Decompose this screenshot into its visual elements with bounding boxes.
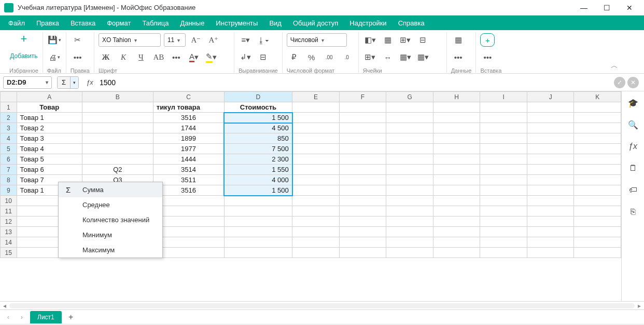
menu-data[interactable]: Данные — [175, 17, 209, 29]
font-case-button[interactable]: AB — [151, 50, 166, 64]
menu-insert[interactable]: Вставка — [65, 17, 101, 29]
col-header-h[interactable]: H — [433, 92, 480, 102]
row-header[interactable]: 5 — [1, 144, 17, 154]
macro-icon[interactable]: ⎘ — [627, 206, 639, 218]
cell[interactable]: тикул товара — [153, 102, 224, 113]
column-headers[interactable]: A B C D E F G H I J K — [1, 92, 621, 102]
italic-button[interactable]: К — [116, 50, 131, 64]
cell[interactable]: 1444 — [153, 154, 224, 165]
fx-icon[interactable]: ƒx — [627, 140, 639, 153]
align-h-button[interactable]: ≡▾ — [239, 33, 253, 47]
cell[interactable]: Товар 4 — [17, 144, 82, 154]
insert-object-button[interactable]: + — [480, 33, 495, 47]
close-button[interactable]: ✕ — [619, 1, 640, 15]
col-header-g[interactable]: G — [386, 92, 433, 102]
cell[interactable] — [82, 133, 153, 144]
row-header[interactable]: 7 — [1, 165, 17, 175]
dropdown-item-count[interactable]: Количество значений — [59, 212, 162, 227]
merge-cells-button[interactable]: ⊞▾ — [398, 33, 413, 47]
horizontal-scrollbar[interactable]: ◂▸ — [0, 301, 644, 309]
more-data-button[interactable]: ••• — [451, 50, 466, 64]
row-header[interactable]: 12 — [1, 216, 17, 227]
cancel-formula-button[interactable]: ✕ — [627, 77, 639, 88]
more-edit-button[interactable]: ••• — [71, 50, 85, 64]
row-header[interactable]: 1 — [1, 102, 17, 113]
menu-view[interactable]: Вид — [264, 17, 287, 29]
row-header[interactable]: 14 — [1, 237, 17, 248]
font-color-button[interactable]: A▾ — [187, 50, 201, 64]
align-v-button[interactable]: ⭳▾ — [256, 33, 271, 47]
col-header-j[interactable]: J — [527, 92, 574, 102]
formula-input[interactable] — [96, 76, 614, 89]
increase-font-button[interactable]: A⁺ — [206, 33, 221, 47]
cell[interactable]: 3511 — [153, 175, 224, 185]
dropdown-item-sum[interactable]: Σ Сумма — [59, 182, 162, 197]
row-header[interactable]: 15 — [1, 248, 17, 258]
maximize-button[interactable]: ☐ — [596, 1, 617, 15]
cell[interactable] — [82, 144, 153, 154]
note-icon[interactable]: 🗒 — [627, 162, 639, 174]
menu-edit[interactable]: Правка — [31, 17, 64, 29]
search-icon[interactable]: 🔍 — [627, 118, 639, 131]
cell[interactable]: Товар 1 — [17, 113, 82, 123]
col-header-i[interactable]: I — [480, 92, 527, 102]
insert-cells-button[interactable]: ⊞▾ — [363, 50, 377, 64]
more-insert-button[interactable]: ••• — [480, 50, 495, 64]
accept-formula-button[interactable]: ✓ — [614, 77, 625, 88]
col-header-f[interactable]: F — [339, 92, 386, 102]
bold-button[interactable]: Ж — [99, 50, 113, 64]
percent-button[interactable]: % — [304, 50, 319, 64]
cell[interactable]: 850 — [224, 133, 292, 144]
minimize-button[interactable]: — — [573, 1, 594, 15]
cell[interactable]: 1899 — [153, 133, 224, 144]
fill-color-button[interactable]: ◧▾ — [363, 33, 377, 47]
tab-prev-button[interactable]: ‹ — [3, 313, 13, 321]
cell[interactable]: 1977 — [153, 144, 224, 154]
row-header[interactable]: 6 — [1, 154, 17, 165]
fx-label[interactable]: ƒx — [83, 78, 96, 86]
menu-help[interactable]: Справка — [393, 17, 430, 29]
freeze-button[interactable]: ▦▾ — [398, 50, 413, 64]
row-header[interactable]: 11 — [1, 206, 17, 216]
merge-button[interactable]: ⊟ — [256, 50, 271, 64]
cell[interactable] — [82, 154, 153, 165]
spreadsheet-grid[interactable]: A B C D E F G H I J K 1Товартикул товара… — [0, 91, 621, 301]
currency-button[interactable]: ₽ — [287, 50, 301, 64]
autofit-button[interactable]: ↔ — [381, 50, 395, 64]
font-size-select[interactable]: 11▾ — [164, 33, 186, 47]
dropdown-item-max[interactable]: Максимум — [59, 242, 162, 258]
dropdown-item-min[interactable]: Минимум — [59, 227, 162, 242]
sigma-icon[interactable]: Σ — [58, 76, 70, 89]
cell[interactable]: 1 500 — [224, 113, 292, 123]
tab-next-button[interactable]: › — [17, 313, 27, 321]
cell[interactable]: 7 500 — [224, 144, 292, 154]
highlight-button[interactable]: ✎▾ — [204, 50, 219, 64]
cell[interactable]: 1 500 — [224, 185, 292, 196]
cell[interactable]: 4 000 — [224, 175, 292, 185]
col-header-b[interactable]: B — [82, 92, 153, 102]
col-header-d[interactable]: D — [224, 92, 292, 102]
row-header[interactable]: 4 — [1, 133, 17, 144]
cell[interactable]: Товар — [17, 102, 82, 113]
cell[interactable]: Q2 — [82, 165, 153, 175]
graduation-cap-icon[interactable]: 🎓 — [627, 97, 639, 109]
autosum-split-button[interactable]: Σ ▾ — [57, 76, 79, 89]
dropdown-item-average[interactable]: Среднее — [59, 197, 162, 212]
row-header[interactable]: 3 — [1, 123, 17, 133]
menu-addons[interactable]: Надстройки — [344, 17, 391, 29]
number-format-select[interactable]: Числовой▾ — [287, 33, 347, 47]
cell[interactable]: 3514 — [153, 165, 224, 175]
favorites-add-button[interactable]: + — [20, 32, 27, 46]
underline-button[interactable]: Ч — [134, 50, 148, 64]
cell[interactable]: 1 550 — [224, 165, 292, 175]
more-font-button[interactable]: ••• — [169, 50, 184, 64]
delete-cells-button[interactable]: ⊟ — [416, 33, 430, 47]
menu-share[interactable]: Общий доступ — [288, 17, 343, 29]
row-header[interactable]: 10 — [1, 196, 17, 206]
tag-icon[interactable]: 🏷 — [627, 184, 639, 196]
cell[interactable]: Товар 6 — [17, 165, 82, 175]
cell[interactable] — [82, 123, 153, 133]
row-header[interactable]: 8 — [1, 175, 17, 185]
row-header[interactable]: 2 — [1, 113, 17, 123]
cut-button[interactable]: ✂ — [71, 33, 85, 47]
